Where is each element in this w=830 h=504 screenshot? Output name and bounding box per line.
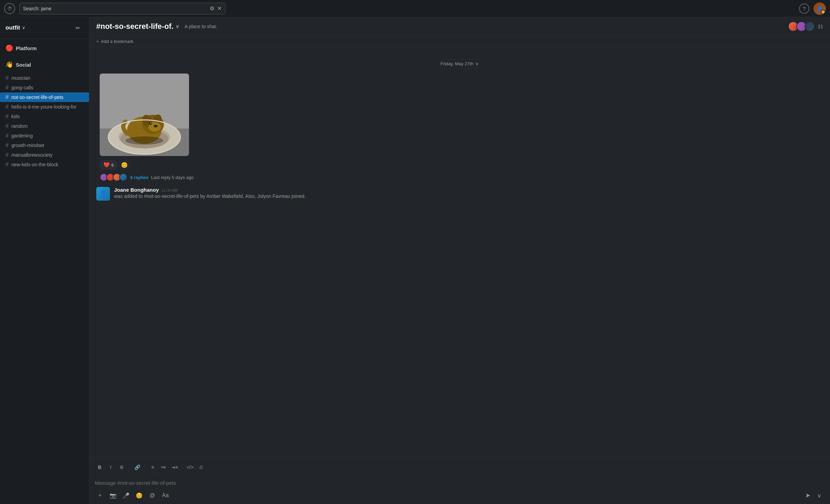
help-button[interactable]: ? xyxy=(799,3,809,14)
input-toolbar: B I S 🔗 ≡ •≡ ⇥≡ </> ⎙ xyxy=(95,460,825,474)
audio-button[interactable]: 🎤 xyxy=(121,490,131,501)
snippet-button[interactable]: ⎙ xyxy=(196,462,206,472)
system-message-time: 11:34 AM xyxy=(162,188,177,192)
add-reaction-icon: 😊 xyxy=(121,162,128,168)
sidebar-item-new-kids-on-the-block[interactable]: # new-kids-on-the-block xyxy=(0,160,89,169)
replies-link[interactable]: 6 replies xyxy=(130,175,148,180)
system-message-header: Joane Bonghanoy 11:34 AM xyxy=(114,187,823,193)
sidebar-item-not-so-secret-life-of-pets[interactable]: # not-so-secret-life-of-pets xyxy=(0,92,89,102)
attach-button[interactable]: + xyxy=(95,490,105,501)
toolbar-divider-3 xyxy=(182,464,182,471)
channel-description: A place to shar. xyxy=(185,24,218,29)
channel-title-text: #not-so-secret-life-of. xyxy=(96,22,174,31)
system-message-text: was added to #not-so-secret-life-of-pets… xyxy=(114,193,823,199)
sidebar-item-hello-is-it-me-youre-looking-for[interactable]: # hello-is-it-me-youre-looking-for xyxy=(0,102,89,112)
message-reactions: ❤️ 6 😊 xyxy=(100,160,823,170)
message-input-area: B I S 🔗 ≡ •≡ ⇥≡ </> ⎙ + 📷 🎤 😊 xyxy=(89,457,830,504)
system-message-content: Joane Bonghanoy 11:34 AM was added to #n… xyxy=(114,187,823,199)
heart-reaction[interactable]: ❤️ 6 xyxy=(100,160,118,169)
hash-icon: # xyxy=(5,161,9,168)
hash-icon: # xyxy=(5,142,9,148)
add-reaction-button[interactable]: 😊 xyxy=(120,160,129,170)
channel-name: growth-mindset xyxy=(11,143,44,148)
video-button[interactable]: 📷 xyxy=(108,490,118,501)
italic-button[interactable]: I xyxy=(106,462,115,472)
content-area: #not-so-secret-life-of. ∨ A place to sha… xyxy=(89,17,830,504)
channel-name: new-kids-on-the-block xyxy=(11,162,58,167)
messages-area: Friday, May 27th ∨ xyxy=(89,47,830,457)
sidebar-item-gong-calls[interactable]: # gong-calls xyxy=(0,83,89,92)
channel-name: manualbrewsociety xyxy=(11,152,53,158)
reaction-count: 6 xyxy=(111,163,114,168)
indent-button[interactable]: ⇥≡ xyxy=(170,462,179,472)
workspace-header[interactable]: outfit ∨ ✏ xyxy=(0,17,89,39)
sidebar-item-gardening[interactable]: # gardening xyxy=(0,131,89,141)
date-divider: Friday, May 27th ∨ xyxy=(96,59,823,68)
sidebar-item-kids[interactable]: # kids xyxy=(0,112,89,121)
user-avatar[interactable]: 👤 xyxy=(814,2,826,15)
member-count[interactable]: 21 xyxy=(818,24,823,29)
reply-avatars xyxy=(100,173,128,181)
sidebar-item-growth-mindset[interactable]: # growth-mindset xyxy=(0,141,89,150)
add-bookmark-icon: + xyxy=(96,39,99,44)
hash-icon: # xyxy=(5,85,9,91)
platform-section-header[interactable]: 🔴 Platform xyxy=(5,44,84,52)
channel-header: #not-so-secret-life-of. ∨ A place to sha… xyxy=(89,17,830,36)
channel-name: gong-calls xyxy=(11,85,33,90)
input-actions: + 📷 🎤 😊 @ Aa ➤ ∨ xyxy=(95,489,825,501)
workspace-chevron-icon: ∨ xyxy=(22,25,25,30)
bold-button[interactable]: B xyxy=(95,462,104,472)
topbar: ⏱ ⚙ ✕ ? 👤 xyxy=(0,0,830,17)
divider-line-right xyxy=(487,64,823,64)
sidebar-item-musician[interactable]: # musician xyxy=(0,73,89,83)
social-section-header[interactable]: 👋 Social xyxy=(5,61,84,68)
channel-title: #not-so-secret-life-of. ∨ xyxy=(96,22,179,31)
sidebar-item-manualbrewsociety[interactable]: # manualbrewsociety xyxy=(0,150,89,160)
message-input[interactable] xyxy=(95,477,825,489)
social-section: 👋 Social xyxy=(0,55,89,72)
filter-icon[interactable]: ⚙ xyxy=(210,5,214,12)
channel-name: kids xyxy=(11,114,20,119)
send-dropdown-button[interactable]: ∨ xyxy=(814,490,825,501)
search-input[interactable] xyxy=(23,6,207,11)
send-button[interactable]: ➤ xyxy=(803,490,813,501)
send-controls: ➤ ∨ xyxy=(803,490,825,501)
channel-name: gardening xyxy=(11,133,33,138)
system-message: 👤 Joane Bonghanoy 11:34 AM was added to … xyxy=(96,187,823,201)
channel-name: hello-is-it-me-youre-looking-for xyxy=(11,104,77,110)
channels-list: # musician # gong-calls # not-so-secret-… xyxy=(0,72,89,171)
toolbar-divider-2 xyxy=(145,464,145,471)
member-avatar-3[interactable] xyxy=(805,21,815,32)
bookmark-bar[interactable]: + Add a bookmark xyxy=(89,36,830,47)
system-message-author: Joane Bonghanoy xyxy=(114,187,159,193)
platform-label: Platform xyxy=(16,45,37,51)
mention-button[interactable]: @ xyxy=(147,490,157,501)
strikethrough-button[interactable]: S xyxy=(117,462,126,472)
link-button[interactable]: 🔗 xyxy=(132,462,142,472)
date-label[interactable]: Friday, May 27th ∨ xyxy=(436,59,484,68)
platform-icon: 🔴 xyxy=(5,44,13,52)
close-search-icon[interactable]: ✕ xyxy=(217,5,222,12)
history-button[interactable]: ⏱ xyxy=(4,3,15,14)
ordered-list-button[interactable]: ≡ xyxy=(148,462,157,472)
svg-point-14 xyxy=(125,136,163,145)
avatar-image: 👤 xyxy=(814,2,826,15)
code-button[interactable]: </> xyxy=(185,462,195,472)
format-button[interactable]: Aa xyxy=(160,490,170,501)
social-label: Social xyxy=(16,62,31,68)
hash-icon: # xyxy=(5,94,9,100)
channel-name: musician xyxy=(11,75,30,81)
emoji-button[interactable]: 😊 xyxy=(134,490,144,501)
hash-icon: # xyxy=(5,113,9,120)
channel-dropdown-icon[interactable]: ∨ xyxy=(176,24,179,29)
sidebar-item-random[interactable]: # random xyxy=(0,121,89,131)
thread-replies: 6 replies Last reply 5 days ago xyxy=(100,173,823,181)
search-bar[interactable]: ⚙ ✕ xyxy=(19,3,225,14)
unordered-list-button[interactable]: •≡ xyxy=(159,462,168,472)
reply-avatar-4 xyxy=(119,173,128,181)
hash-icon: # xyxy=(5,75,9,81)
system-message-avatar: 👤 xyxy=(96,187,110,201)
platform-section: 🔴 Platform xyxy=(0,39,89,55)
compose-button[interactable]: ✏ xyxy=(72,22,84,34)
pet-photo-image[interactable] xyxy=(100,74,189,156)
